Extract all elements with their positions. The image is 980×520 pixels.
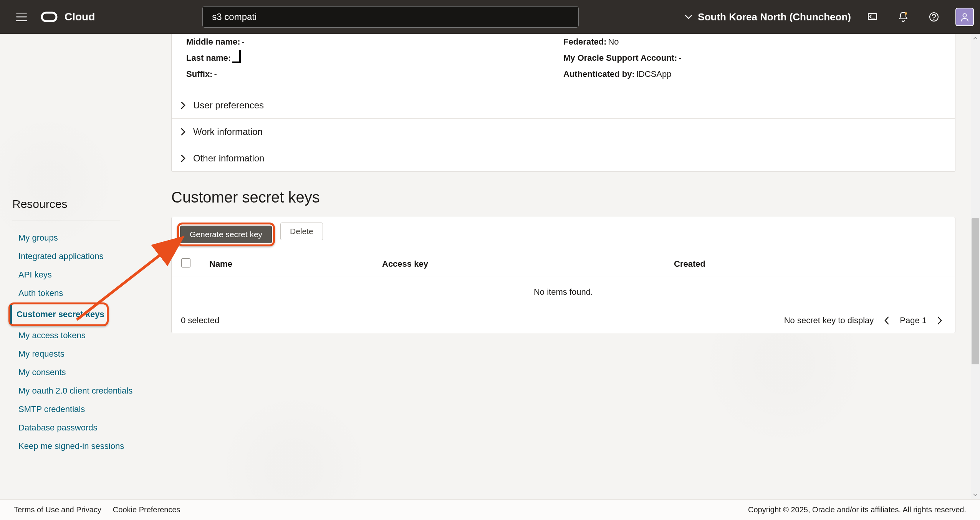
copyright-text: Copyright © 2025, Oracle and/or its affi… bbox=[748, 505, 966, 514]
nav-hamburger-button[interactable] bbox=[12, 8, 31, 26]
accordion-work-information[interactable]: Work information bbox=[172, 118, 955, 145]
sidebar-title: Resources bbox=[12, 198, 150, 211]
sidebar-item-my-consents[interactable]: My consents bbox=[12, 363, 150, 382]
region-label: South Korea North (Chuncheon) bbox=[698, 11, 851, 23]
accordion-user-preferences[interactable]: User preferences bbox=[172, 92, 955, 118]
pager-prev-button[interactable] bbox=[881, 314, 893, 327]
accordion-label: User preferences bbox=[193, 100, 264, 111]
section-title: Customer secret keys bbox=[171, 189, 955, 206]
sidebar-item-auth-tokens[interactable]: Auth tokens bbox=[12, 284, 150, 302]
user-avatar[interactable] bbox=[955, 8, 974, 26]
svg-point-2 bbox=[905, 12, 907, 15]
cookie-preferences-link[interactable]: Cookie Preferences bbox=[113, 505, 180, 514]
accordion-label: Other information bbox=[193, 153, 264, 164]
scroll-down-icon[interactable] bbox=[971, 491, 980, 499]
sidebar-item-keep-me-signed-in-sessions[interactable]: Keep me signed-in sessions bbox=[12, 437, 150, 455]
generate-secret-key-button[interactable]: Generate secret key bbox=[180, 226, 272, 243]
notifications-icon[interactable] bbox=[894, 8, 912, 26]
sidebar-item-smtp-credentials[interactable]: SMTP credentials bbox=[12, 400, 150, 419]
pager-message: No secret key to display bbox=[784, 316, 874, 326]
select-all-checkbox[interactable] bbox=[181, 258, 190, 267]
sidebar-item-api-keys[interactable]: API keys bbox=[12, 266, 150, 284]
chevron-down-icon bbox=[685, 15, 692, 19]
field-value: - bbox=[214, 69, 217, 79]
chevron-right-icon bbox=[180, 101, 186, 110]
sidebar-item-database-passwords[interactable]: Database passwords bbox=[12, 419, 150, 437]
sidebar-item-my-oauth-2-0-client-credentials[interactable]: My oauth 2.0 client credentials bbox=[12, 382, 150, 400]
chevron-right-icon bbox=[180, 127, 186, 136]
scrollbar-thumb[interactable] bbox=[972, 218, 979, 364]
page-footer: Terms of Use and Privacy Cookie Preferen… bbox=[0, 499, 980, 520]
field-value: No bbox=[608, 37, 619, 47]
field-label: Suffix: bbox=[186, 69, 212, 79]
delete-button[interactable]: Delete bbox=[280, 223, 323, 240]
secret-keys-panel: Generate secret key Delete NameAccess ke… bbox=[171, 217, 955, 333]
search-input-text: s3 compati bbox=[212, 12, 257, 22]
accordion-other-information[interactable]: Other information bbox=[172, 145, 955, 171]
resources-sidebar: Resources My groupsIntegrated applicatio… bbox=[0, 34, 159, 499]
field-label: Federated: bbox=[563, 37, 606, 47]
help-icon[interactable] bbox=[925, 8, 943, 26]
field-label: Last name: bbox=[186, 53, 231, 63]
chevron-right-icon bbox=[180, 154, 186, 163]
pager-next-button[interactable] bbox=[934, 314, 946, 327]
pager-page-label: Page 1 bbox=[900, 316, 927, 326]
user-details-card: Middle name:-Last name:Suffix:- Federate… bbox=[171, 34, 955, 172]
sidebar-item-customer-secret-keys[interactable]: Customer secret keys bbox=[10, 305, 104, 324]
field-value: - bbox=[679, 53, 681, 63]
sidebar-item-my-groups[interactable]: My groups bbox=[12, 229, 150, 247]
svg-point-5 bbox=[963, 14, 967, 17]
column-header-access-key: Access key bbox=[373, 252, 665, 276]
field-label: Middle name: bbox=[186, 37, 240, 47]
field-value bbox=[232, 50, 241, 63]
field-label: Authenticated by: bbox=[563, 69, 635, 79]
field-value: - bbox=[242, 37, 245, 47]
generate-button-highlight: Generate secret key bbox=[177, 223, 275, 246]
brand-label: Cloud bbox=[65, 11, 95, 23]
column-header-name: Name bbox=[200, 252, 373, 276]
sidebar-item-integrated-applications[interactable]: Integrated applications bbox=[12, 247, 150, 266]
sidebar-item-my-access-tokens[interactable]: My access tokens bbox=[12, 326, 150, 345]
vertical-scrollbar[interactable] bbox=[971, 34, 980, 499]
divider bbox=[12, 221, 120, 221]
accordion-label: Work information bbox=[193, 126, 263, 137]
oracle-logo-icon bbox=[40, 8, 58, 26]
dev-tools-icon[interactable] bbox=[863, 8, 882, 26]
empty-state: No items found. bbox=[172, 276, 955, 308]
region-selector[interactable]: South Korea North (Chuncheon) bbox=[685, 11, 851, 23]
terms-link[interactable]: Terms of Use and Privacy bbox=[14, 505, 101, 514]
column-header-created: Created bbox=[665, 252, 955, 276]
global-search-input[interactable]: s3 compati bbox=[202, 6, 579, 28]
field-label: My Oracle Support Account: bbox=[563, 53, 677, 63]
field-value: IDCSApp bbox=[636, 69, 672, 79]
sidebar-item-my-requests[interactable]: My requests bbox=[12, 345, 150, 363]
selected-count: 0 selected bbox=[181, 316, 219, 326]
svg-point-4 bbox=[934, 19, 935, 20]
svg-rect-0 bbox=[42, 13, 56, 21]
top-header: Cloud s3 compati South Korea North (Chun… bbox=[0, 0, 980, 34]
scroll-up-icon[interactable] bbox=[971, 34, 980, 42]
